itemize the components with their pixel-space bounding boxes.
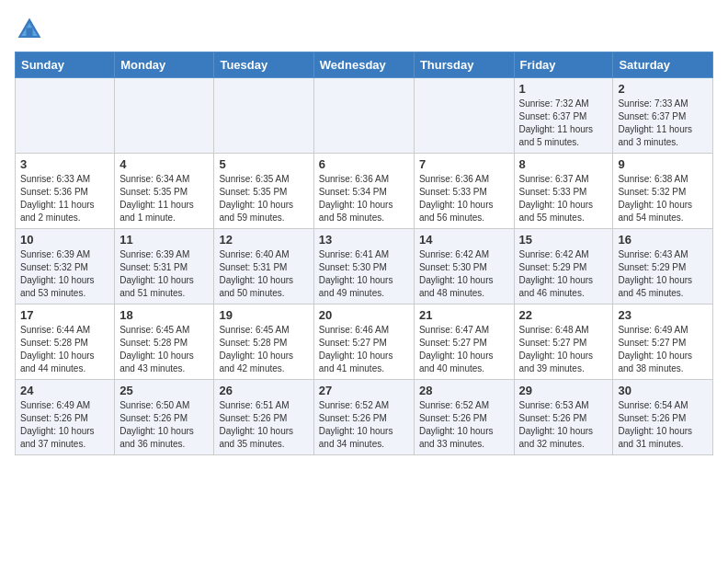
day-info: Sunrise: 6:41 AM Sunset: 5:30 PM Dayligh… <box>319 248 409 300</box>
calendar-day-cell: 20Sunrise: 6:46 AM Sunset: 5:27 PM Dayli… <box>313 304 414 380</box>
day-number: 25 <box>119 384 209 397</box>
calendar-day-cell: 10Sunrise: 6:39 AM Sunset: 5:32 PM Dayli… <box>16 229 115 304</box>
calendar-day-cell: 23Sunrise: 6:49 AM Sunset: 5:27 PM Dayli… <box>613 304 713 380</box>
day-number: 14 <box>419 233 509 247</box>
day-number: 12 <box>219 233 308 247</box>
calendar-day-cell: 11Sunrise: 6:39 AM Sunset: 5:31 PM Dayli… <box>115 229 214 304</box>
day-of-week-header: Thursday <box>414 52 514 78</box>
calendar-day-cell: 19Sunrise: 6:45 AM Sunset: 5:28 PM Dayli… <box>214 304 313 380</box>
svg-rect-2 <box>26 28 32 38</box>
day-number: 27 <box>319 384 409 397</box>
calendar-day-cell: 27Sunrise: 6:52 AM Sunset: 5:26 PM Dayli… <box>313 380 414 455</box>
calendar-day-cell: 16Sunrise: 6:43 AM Sunset: 5:29 PM Dayli… <box>613 229 713 304</box>
day-info: Sunrise: 6:38 AM Sunset: 5:32 PM Dayligh… <box>618 173 708 224</box>
calendar-day-cell: 1Sunrise: 7:32 AM Sunset: 6:37 PM Daylig… <box>514 78 613 154</box>
day-number: 2 <box>618 82 708 96</box>
calendar-day-cell <box>16 78 115 154</box>
day-number: 23 <box>618 308 708 322</box>
day-info: Sunrise: 6:48 AM Sunset: 5:27 PM Dayligh… <box>519 324 609 375</box>
calendar-day-cell: 30Sunrise: 6:54 AM Sunset: 5:26 PM Dayli… <box>613 380 713 455</box>
day-number: 9 <box>618 157 708 171</box>
calendar-day-cell: 26Sunrise: 6:51 AM Sunset: 5:26 PM Dayli… <box>214 380 313 455</box>
day-number: 16 <box>618 233 708 247</box>
calendar-day-cell: 29Sunrise: 6:53 AM Sunset: 5:26 PM Dayli… <box>514 380 613 455</box>
day-number: 22 <box>519 308 609 322</box>
day-info: Sunrise: 6:52 AM Sunset: 5:26 PM Dayligh… <box>319 399 409 451</box>
calendar-day-cell: 25Sunrise: 6:50 AM Sunset: 5:26 PM Dayli… <box>115 380 214 455</box>
day-number: 3 <box>20 157 109 171</box>
calendar-header-row: SundayMondayTuesdayWednesdayThursdayFrid… <box>16 52 713 78</box>
day-info: Sunrise: 7:32 AM Sunset: 6:37 PM Dayligh… <box>519 98 609 149</box>
calendar-day-cell: 15Sunrise: 6:42 AM Sunset: 5:29 PM Dayli… <box>514 229 613 304</box>
day-of-week-header: Monday <box>115 52 214 78</box>
day-info: Sunrise: 6:35 AM Sunset: 5:35 PM Dayligh… <box>219 173 308 224</box>
calendar-day-cell: 8Sunrise: 6:37 AM Sunset: 5:33 PM Daylig… <box>514 154 613 229</box>
calendar-day-cell: 7Sunrise: 6:36 AM Sunset: 5:33 PM Daylig… <box>414 154 514 229</box>
day-number: 29 <box>519 384 609 397</box>
day-info: Sunrise: 6:39 AM Sunset: 5:31 PM Dayligh… <box>119 248 209 300</box>
calendar-day-cell: 17Sunrise: 6:44 AM Sunset: 5:28 PM Dayli… <box>16 304 115 380</box>
calendar-day-cell: 3Sunrise: 6:33 AM Sunset: 5:36 PM Daylig… <box>16 154 115 229</box>
day-number: 13 <box>319 233 409 247</box>
calendar-day-cell: 6Sunrise: 6:36 AM Sunset: 5:34 PM Daylig… <box>313 154 414 229</box>
day-number: 21 <box>419 308 509 322</box>
day-of-week-header: Wednesday <box>313 52 414 78</box>
day-number: 28 <box>419 384 509 397</box>
calendar-day-cell <box>115 78 214 154</box>
day-number: 7 <box>419 157 509 171</box>
calendar-day-cell: 24Sunrise: 6:49 AM Sunset: 5:26 PM Dayli… <box>16 380 115 455</box>
day-info: Sunrise: 6:42 AM Sunset: 5:29 PM Dayligh… <box>519 248 609 300</box>
day-number: 26 <box>219 384 308 397</box>
day-info: Sunrise: 6:40 AM Sunset: 5:31 PM Dayligh… <box>219 248 308 300</box>
calendar-day-cell <box>214 78 313 154</box>
day-info: Sunrise: 6:47 AM Sunset: 5:27 PM Dayligh… <box>419 324 509 375</box>
logo <box>15 15 48 44</box>
day-info: Sunrise: 6:39 AM Sunset: 5:32 PM Dayligh… <box>20 248 109 300</box>
calendar-day-cell: 9Sunrise: 6:38 AM Sunset: 5:32 PM Daylig… <box>613 154 713 229</box>
calendar-day-cell: 14Sunrise: 6:42 AM Sunset: 5:30 PM Dayli… <box>414 229 514 304</box>
day-info: Sunrise: 6:36 AM Sunset: 5:34 PM Dayligh… <box>319 173 409 224</box>
calendar-day-cell: 22Sunrise: 6:48 AM Sunset: 5:27 PM Dayli… <box>514 304 613 380</box>
day-number: 8 <box>519 157 609 171</box>
day-info: Sunrise: 6:49 AM Sunset: 5:26 PM Dayligh… <box>20 399 109 451</box>
day-number: 15 <box>519 233 609 247</box>
calendar-day-cell: 5Sunrise: 6:35 AM Sunset: 5:35 PM Daylig… <box>214 154 313 229</box>
day-info: Sunrise: 6:50 AM Sunset: 5:26 PM Dayligh… <box>119 399 209 451</box>
day-info: Sunrise: 6:52 AM Sunset: 5:26 PM Dayligh… <box>419 399 509 451</box>
day-info: Sunrise: 6:33 AM Sunset: 5:36 PM Dayligh… <box>20 173 109 224</box>
day-number: 10 <box>20 233 109 247</box>
calendar-day-cell <box>414 78 514 154</box>
day-info: Sunrise: 6:51 AM Sunset: 5:26 PM Dayligh… <box>219 399 308 451</box>
day-number: 19 <box>219 308 308 322</box>
day-info: Sunrise: 6:44 AM Sunset: 5:28 PM Dayligh… <box>20 324 109 375</box>
day-info: Sunrise: 6:42 AM Sunset: 5:30 PM Dayligh… <box>419 248 509 300</box>
page-header <box>15 15 713 44</box>
day-number: 30 <box>618 384 708 397</box>
day-info: Sunrise: 6:53 AM Sunset: 5:26 PM Dayligh… <box>519 399 609 451</box>
calendar-table: SundayMondayTuesdayWednesdayThursdayFrid… <box>15 52 713 455</box>
calendar-day-cell <box>313 78 414 154</box>
logo-icon <box>15 15 44 44</box>
day-number: 20 <box>319 308 409 322</box>
day-of-week-header: Friday <box>514 52 613 78</box>
day-info: Sunrise: 6:46 AM Sunset: 5:27 PM Dayligh… <box>319 324 409 375</box>
day-info: Sunrise: 6:54 AM Sunset: 5:26 PM Dayligh… <box>618 399 708 451</box>
calendar-week-row: 17Sunrise: 6:44 AM Sunset: 5:28 PM Dayli… <box>16 304 713 380</box>
calendar-week-row: 10Sunrise: 6:39 AM Sunset: 5:32 PM Dayli… <box>16 229 713 304</box>
day-info: Sunrise: 6:36 AM Sunset: 5:33 PM Dayligh… <box>419 173 509 224</box>
day-number: 24 <box>20 384 109 397</box>
day-info: Sunrise: 6:45 AM Sunset: 5:28 PM Dayligh… <box>219 324 308 375</box>
day-of-week-header: Sunday <box>16 52 115 78</box>
calendar-day-cell: 12Sunrise: 6:40 AM Sunset: 5:31 PM Dayli… <box>214 229 313 304</box>
day-info: Sunrise: 6:34 AM Sunset: 5:35 PM Dayligh… <box>119 173 209 224</box>
calendar-day-cell: 2Sunrise: 7:33 AM Sunset: 6:37 PM Daylig… <box>613 78 713 154</box>
day-of-week-header: Tuesday <box>214 52 313 78</box>
calendar-day-cell: 18Sunrise: 6:45 AM Sunset: 5:28 PM Dayli… <box>115 304 214 380</box>
calendar-week-row: 3Sunrise: 6:33 AM Sunset: 5:36 PM Daylig… <box>16 154 713 229</box>
calendar-week-row: 1Sunrise: 7:32 AM Sunset: 6:37 PM Daylig… <box>16 78 713 154</box>
day-of-week-header: Saturday <box>613 52 713 78</box>
calendar-day-cell: 13Sunrise: 6:41 AM Sunset: 5:30 PM Dayli… <box>313 229 414 304</box>
calendar-day-cell: 4Sunrise: 6:34 AM Sunset: 5:35 PM Daylig… <box>115 154 214 229</box>
day-number: 11 <box>119 233 209 247</box>
day-number: 18 <box>119 308 209 322</box>
